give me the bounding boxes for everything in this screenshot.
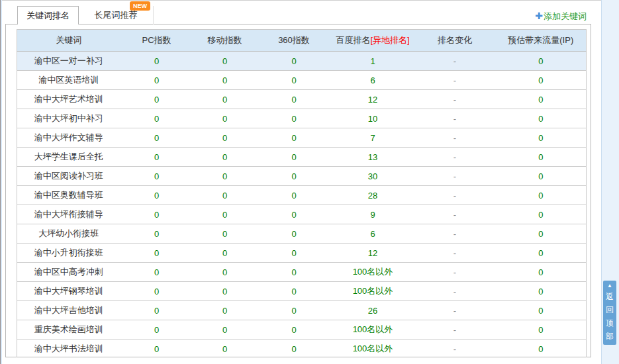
mobile-index-cell: 0 — [193, 90, 257, 109]
baidu-rank-cell: 6 — [332, 71, 414, 90]
table-row[interactable]: 大坪学生课后全托00013-0 — [17, 148, 587, 167]
pc-index-cell: 0 — [120, 320, 193, 340]
baidu-rank-cell: 9 — [332, 205, 414, 224]
baidu-rank-cell: 7 — [332, 128, 414, 148]
est-traffic-cell: 0 — [496, 71, 587, 90]
header-pc-index: PC指数 — [120, 30, 193, 52]
rank-change-cell: - — [414, 71, 496, 90]
back-to-top-label: 返回顶部 — [605, 290, 614, 343]
index-360-cell: 0 — [257, 224, 332, 244]
keyword-cell: 渝中大坪艺术培训 — [17, 90, 120, 109]
table-row[interactable]: 渝中大坪吉他培训00026-0 — [17, 301, 587, 320]
header-est-traffic: 预估带来流量(IP) — [496, 30, 587, 52]
est-traffic-cell: 0 — [496, 282, 587, 301]
baidu-rank-cell: 1 — [332, 52, 414, 71]
table-row[interactable]: 渝中大坪作文辅导0007-0 — [17, 128, 587, 148]
keyword-table: 关键词 PC指数 移动指数 360指数 百度排名[异地排名] 排名变化 预估带来… — [17, 29, 587, 357]
mobile-index-cell: 0 — [193, 52, 257, 71]
back-to-top-button[interactable]: ▲ 返回顶部 — [603, 281, 616, 345]
table-row[interactable]: 渝中大坪书法培训000100名以外-0 — [17, 340, 587, 358]
table-row[interactable]: 渝中大坪初中补习00010-0 — [17, 109, 587, 128]
up-arrow-icon: ▲ — [603, 283, 616, 289]
new-badge: NEW — [130, 1, 150, 11]
rank-change-cell: - — [414, 109, 496, 128]
rank-change-cell: - — [414, 320, 496, 340]
index-360-cell: 0 — [257, 340, 332, 358]
mobile-index-cell: 0 — [193, 282, 257, 301]
mobile-index-cell: 0 — [193, 301, 257, 320]
pc-index-cell: 0 — [120, 244, 193, 263]
header-rank-change: 排名变化 — [414, 30, 496, 52]
baidu-rank-cell: 6 — [332, 224, 414, 244]
est-traffic-cell: 0 — [496, 263, 587, 282]
rank-change-cell: - — [414, 90, 496, 109]
rank-change-cell: - — [414, 244, 496, 263]
table-row[interactable]: 渝中大坪艺术培训00012-0 — [17, 90, 587, 109]
rank-change-cell: - — [414, 186, 496, 205]
table-row[interactable]: 渝中区英语培训0006-0 — [17, 71, 587, 90]
table-row[interactable]: 渝中大坪钢琴培训000100名以外-0 — [17, 282, 587, 301]
table-row[interactable]: 渝中区一对一补习0001-0 — [17, 52, 587, 71]
est-traffic-cell: 0 — [496, 224, 587, 244]
baidu-rank-cell: 100名以外 — [332, 340, 414, 358]
keyword-cell: 渝中大坪书法培训 — [17, 340, 120, 358]
table-row[interactable]: 渝中小升初衔接班00012-0 — [17, 244, 587, 263]
est-traffic-cell: 0 — [496, 52, 587, 71]
index-360-cell: 0 — [257, 90, 332, 109]
table-row[interactable]: 渝中区阅读补习班00030-0 — [17, 167, 587, 186]
keyword-cell: 渝中大坪初中补习 — [17, 109, 120, 128]
mobile-index-cell: 0 — [193, 340, 257, 358]
keyword-cell: 大坪学生课后全托 — [17, 148, 120, 167]
pc-index-cell: 0 — [120, 90, 193, 109]
mobile-index-cell: 0 — [193, 109, 257, 128]
keyword-cell: 渝中区阅读补习班 — [17, 167, 120, 186]
pc-index-cell: 0 — [120, 52, 193, 71]
index-360-cell: 0 — [257, 301, 332, 320]
table-row[interactable]: 渝中区奥数辅导班00028-0 — [17, 186, 587, 205]
add-keyword-button[interactable]: ✚添加关键词 — [535, 10, 587, 23]
rank-change-cell: - — [414, 282, 496, 301]
index-360-cell: 0 — [257, 205, 332, 224]
pc-index-cell: 0 — [120, 340, 193, 358]
table-row[interactable]: 渝中区中高考冲刺000100名以外-0 — [17, 263, 587, 282]
table-row[interactable]: 大坪幼小衔接班0006-0 — [17, 224, 587, 244]
keyword-cell: 渝中区奥数辅导班 — [17, 186, 120, 205]
keyword-cell: 渝中区一对一补习 — [17, 52, 120, 71]
header-baidu-rank-main: 百度排名 — [336, 35, 370, 45]
pc-index-cell: 0 — [120, 128, 193, 148]
est-traffic-cell: 0 — [496, 148, 587, 167]
rank-change-cell: - — [414, 301, 496, 320]
mobile-index-cell: 0 — [193, 224, 257, 244]
baidu-rank-cell: 100名以外 — [332, 263, 414, 282]
pc-index-cell: 0 — [120, 109, 193, 128]
est-traffic-cell: 0 — [496, 205, 587, 224]
mobile-index-cell: 0 — [193, 148, 257, 167]
plus-icon: ✚ — [535, 11, 543, 21]
keyword-cell: 大坪幼小衔接班 — [17, 224, 120, 244]
header-baidu-rank: 百度排名[异地排名] — [332, 30, 414, 52]
mobile-index-cell: 0 — [193, 186, 257, 205]
table-container: 关键词 PC指数 移动指数 360指数 百度排名[异地排名] 排名变化 预估带来… — [5, 24, 591, 357]
table-row[interactable]: 重庆美术绘画培训000100名以外-0 — [17, 320, 587, 340]
est-traffic-cell: 0 — [496, 90, 587, 109]
est-traffic-cell: 0 — [496, 301, 587, 320]
pc-index-cell: 0 — [120, 282, 193, 301]
rank-change-cell: - — [414, 205, 496, 224]
rank-change-cell: - — [414, 340, 496, 358]
tab-keyword-ranking[interactable]: 关键词排名 — [17, 6, 79, 24]
left-edge-accent — [1, 0, 2, 364]
est-traffic-cell: 0 — [496, 186, 587, 205]
index-360-cell: 0 — [257, 263, 332, 282]
baidu-rank-cell: 100名以外 — [332, 282, 414, 301]
table-body: 渝中区一对一补习0001-0渝中区英语培训0006-0渝中大坪艺术培训00012… — [17, 52, 587, 358]
est-traffic-cell: 0 — [496, 244, 587, 263]
baidu-rank-cell: 28 — [332, 186, 414, 205]
table-row[interactable]: 渝中大坪衔接辅导0009-0 — [17, 205, 587, 224]
pc-index-cell: 0 — [120, 186, 193, 205]
top-border-line — [0, 0, 619, 1]
header-mobile-index: 移动指数 — [193, 30, 257, 52]
baidu-rank-cell: 26 — [332, 301, 414, 320]
index-360-cell: 0 — [257, 52, 332, 71]
index-360-cell: 0 — [257, 109, 332, 128]
index-360-cell: 0 — [257, 71, 332, 90]
